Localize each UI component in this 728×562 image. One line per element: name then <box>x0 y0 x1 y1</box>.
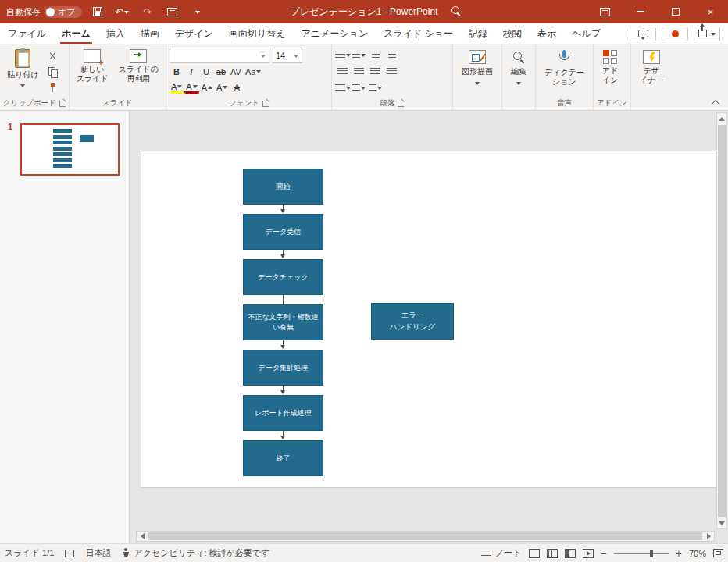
character-spacing-button[interactable]: AV <box>229 65 243 79</box>
tab-review[interactable]: 校閲 <box>495 23 530 44</box>
vertical-scroll-thumb[interactable] <box>718 125 726 517</box>
autosave-pill[interactable]: オフ <box>45 6 82 18</box>
flow-shape-start[interactable]: 開始 <box>243 169 323 205</box>
accessibility-status[interactable]: アクセシビリティ: 検討が必要です <box>122 547 269 559</box>
tab-record[interactable]: 記録 <box>461 23 495 44</box>
designer-button[interactable]: デザ イナー <box>634 47 669 110</box>
shrink-font-button[interactable]: A <box>215 80 229 94</box>
reading-view-button[interactable] <box>565 549 576 558</box>
underline-button[interactable]: U <box>199 65 213 79</box>
columns-button[interactable] <box>368 80 384 95</box>
tab-home[interactable]: ホーム <box>54 23 98 44</box>
line-spacing-button[interactable] <box>335 80 351 95</box>
tab-animations[interactable]: アニメーション <box>293 23 376 44</box>
redo-button[interactable]: ↷ <box>138 2 157 21</box>
shape-drawing-button[interactable]: 図形描画 <box>456 47 498 110</box>
zoom-slider-thumb[interactable] <box>650 550 653 557</box>
slideshow-view-button[interactable] <box>583 549 594 558</box>
tab-slideshow[interactable]: スライド ショー <box>376 23 461 44</box>
flow-shape-receive[interactable]: データ受信 <box>243 214 323 250</box>
text-direction-button[interactable] <box>352 80 367 95</box>
share-button[interactable] <box>694 27 720 41</box>
zoom-in-button[interactable]: + <box>676 548 682 559</box>
editing-button[interactable]: 編集 <box>505 47 532 110</box>
dialog-launcher-icon[interactable] <box>262 101 269 107</box>
text-highlight-button[interactable]: A <box>170 81 184 94</box>
addins-button[interactable]: アド イン <box>597 47 623 97</box>
numbering-button[interactable] <box>352 48 367 62</box>
cut-button[interactable] <box>45 48 60 63</box>
flow-shape-end[interactable]: 終了 <box>243 440 323 476</box>
slide-canvas[interactable]: 開始 データ受信 データチェック 不正な文字列・桁数違い有無 データ集計処理 レ… <box>141 151 716 488</box>
normal-view-button[interactable] <box>529 549 540 558</box>
increase-indent-button[interactable] <box>384 48 400 62</box>
fit-to-window-button[interactable] <box>713 549 723 557</box>
bold-button[interactable]: B <box>170 65 184 79</box>
record-button[interactable] <box>662 27 688 41</box>
search-button[interactable] <box>451 6 462 19</box>
close-button[interactable]: × <box>693 0 728 23</box>
scroll-up-button[interactable] <box>717 113 726 124</box>
flow-shape-report[interactable]: レポート作成処理 <box>243 395 323 431</box>
tab-insert[interactable]: 挿入 <box>98 23 133 44</box>
zoom-out-button[interactable]: − <box>601 548 607 559</box>
notes-label: ノート <box>495 547 522 559</box>
slide-sorter-view-button[interactable] <box>547 549 558 558</box>
minimize-button[interactable] <box>623 0 658 23</box>
flow-shape-aggregate[interactable]: データ集計処理 <box>243 350 323 386</box>
scroll-left-button[interactable] <box>137 532 148 541</box>
caret-down-icon <box>194 9 201 15</box>
font-color-button[interactable]: A <box>184 81 198 94</box>
tab-help[interactable]: ヘルプ <box>564 23 608 44</box>
scroll-right-button[interactable] <box>703 532 714 541</box>
font-name-combo[interactable] <box>170 48 269 63</box>
new-slide-button[interactable]: 新しい スライド <box>73 47 112 97</box>
italic-button[interactable]: I <box>184 65 198 79</box>
notes-button[interactable]: ノート <box>481 547 522 559</box>
preview-button[interactable] <box>163 2 182 21</box>
vertical-scrollbar[interactable] <box>716 112 727 529</box>
align-center-button[interactable] <box>352 64 367 79</box>
zoom-slider[interactable] <box>614 553 669 554</box>
flow-shape-error-handling[interactable]: エラー ハンドリング <box>371 303 454 340</box>
bullets-button[interactable] <box>335 48 351 62</box>
dialog-launcher-icon[interactable] <box>398 101 404 107</box>
change-case-button[interactable]: Aa <box>244 65 262 79</box>
save-button[interactable] <box>88 2 107 21</box>
autosave-toggle[interactable]: 自動保存 オフ <box>6 6 82 18</box>
dialog-launcher-icon[interactable] <box>59 101 66 107</box>
zoom-level[interactable]: 70% <box>689 549 706 558</box>
dictation-button[interactable]: ディクテー ション <box>539 47 590 97</box>
spellcheck-button[interactable] <box>65 550 74 557</box>
comments-button[interactable] <box>630 27 656 41</box>
paste-button[interactable]: 貼り付け <box>3 47 42 97</box>
maximize-button[interactable] <box>658 0 693 23</box>
scroll-down-button[interactable] <box>717 518 726 528</box>
justify-button[interactable] <box>384 64 400 79</box>
horizontal-scroll-thumb[interactable] <box>148 532 702 540</box>
clear-formatting-button[interactable]: A <box>230 80 244 94</box>
tab-file[interactable]: ファイル <box>0 23 54 44</box>
strikethrough-button[interactable]: ab <box>214 65 228 79</box>
font-size-combo[interactable]: 14 <box>273 48 302 63</box>
quick-access-customize-button[interactable] <box>188 2 207 21</box>
collapse-ribbon-button[interactable] <box>711 98 722 107</box>
align-right-button[interactable] <box>368 64 384 79</box>
slide-thumbnail[interactable] <box>20 123 120 176</box>
language-indicator[interactable]: 日本語 <box>85 547 111 559</box>
tab-view[interactable]: 表示 <box>530 23 564 44</box>
decrease-indent-button[interactable] <box>368 48 384 62</box>
flow-shape-validate[interactable]: 不正な文字列・桁数違い有無 <box>243 304 323 340</box>
tab-transitions[interactable]: 画面切り替え <box>221 23 294 44</box>
grow-font-button[interactable]: A <box>200 80 214 94</box>
undo-button[interactable]: ↶ <box>113 2 132 21</box>
ribbon-display-options-button[interactable] <box>587 0 623 23</box>
horizontal-scrollbar[interactable] <box>136 531 715 542</box>
format-painter-button[interactable] <box>45 80 60 94</box>
copy-button[interactable] <box>45 64 60 79</box>
tab-draw[interactable]: 描画 <box>133 23 167 44</box>
tab-design[interactable]: デザイン <box>167 23 221 44</box>
flow-shape-check[interactable]: データチェック <box>243 259 323 295</box>
align-left-button[interactable] <box>335 64 351 79</box>
reuse-slides-button[interactable]: スライドの 再利用 <box>115 47 162 97</box>
